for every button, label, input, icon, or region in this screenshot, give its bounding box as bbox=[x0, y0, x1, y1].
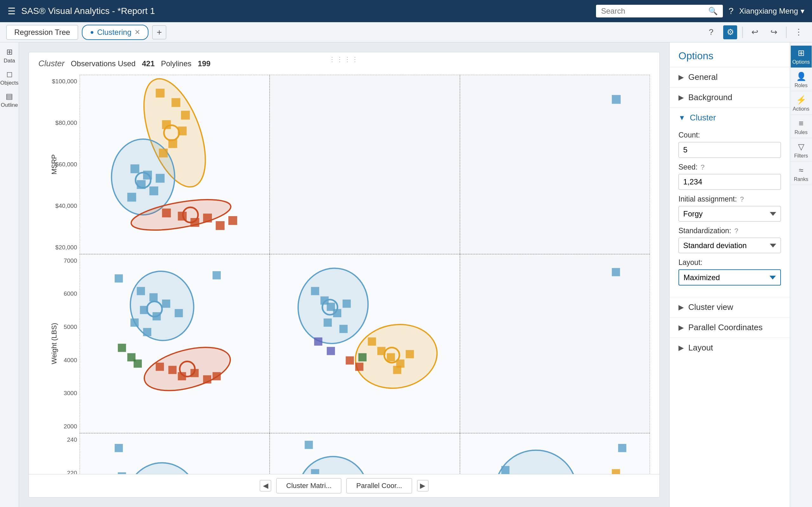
svg-rect-74 bbox=[118, 472, 126, 474]
tabbar: Regression Tree ● Clustering ✕ + ? ⚙ ↩ ↪… bbox=[0, 22, 812, 43]
tab-clustering[interactable]: ● Clustering ✕ bbox=[82, 25, 148, 40]
roles-icon: 👤 bbox=[796, 72, 806, 81]
sidebar-item-objects[interactable]: ◻ Objects bbox=[1, 68, 18, 88]
rules-icon-label: Rules bbox=[795, 130, 808, 135]
undo-button[interactable]: ↩ bbox=[748, 25, 762, 39]
svg-rect-133 bbox=[618, 444, 626, 452]
standardization-label: Standardization: ? bbox=[678, 227, 781, 235]
svg-rect-38 bbox=[134, 359, 142, 368]
scatter-cell-23[interactable] bbox=[460, 254, 650, 434]
menu-icon[interactable]: ☰ bbox=[8, 6, 15, 16]
svg-rect-62 bbox=[387, 353, 395, 361]
svg-rect-13 bbox=[149, 186, 158, 195]
options-section-parallel: ▶ Parallel Coordinates bbox=[670, 317, 790, 337]
data-icon: ⊞ bbox=[6, 48, 13, 56]
scatter-svg-13 bbox=[460, 75, 650, 254]
svg-rect-56 bbox=[324, 319, 332, 327]
parallel-arrow: ▶ bbox=[678, 324, 684, 332]
scatter-cell-22[interactable] bbox=[270, 254, 460, 434]
count-input[interactable] bbox=[678, 142, 781, 158]
options-icon-label: Options bbox=[792, 59, 810, 65]
rules-icon: ≡ bbox=[799, 118, 803, 128]
general-label: General bbox=[688, 72, 718, 82]
svg-rect-14 bbox=[127, 193, 136, 202]
scatter-cell-33[interactable] bbox=[460, 433, 650, 474]
initial-assignment-select[interactable]: Forgy Random partition bbox=[678, 206, 781, 222]
scatter-cell-31[interactable] bbox=[80, 433, 270, 474]
help-icon[interactable]: ? bbox=[728, 6, 734, 16]
right-sidebar-options[interactable]: ⊞ Options bbox=[791, 46, 812, 68]
svg-rect-20 bbox=[216, 221, 224, 230]
seed-help-icon[interactable]: ? bbox=[701, 163, 705, 171]
scatter-container: MSRP $100,000 $80,000 $60,000 $40,000 $2… bbox=[29, 72, 659, 474]
tab-regression-tree[interactable]: Regression Tree bbox=[6, 25, 78, 40]
right-sidebar-actions[interactable]: ⚡ Actions bbox=[791, 93, 812, 115]
scatter-svg-23 bbox=[460, 255, 650, 433]
scatter-svg-11 bbox=[80, 75, 269, 254]
right-sidebar-filters[interactable]: ▽ Filters bbox=[791, 139, 812, 162]
cluster-view-section-header[interactable]: ▶ Cluster view bbox=[670, 297, 790, 317]
prev-tab-button[interactable]: ◀ bbox=[260, 480, 271, 492]
cluster-matrix-tab[interactable]: Cluster Matri... bbox=[276, 478, 341, 493]
cluster-section-header[interactable]: ▼ Cluster bbox=[670, 108, 790, 128]
layout-section-header[interactable]: ▶ Layout bbox=[670, 338, 790, 358]
svg-rect-58 bbox=[314, 337, 322, 345]
svg-rect-113 bbox=[305, 441, 313, 449]
svg-rect-67 bbox=[355, 362, 363, 371]
sidebar-item-outline[interactable]: ▤ Outline bbox=[1, 90, 18, 110]
search-icon[interactable]: 🔍 bbox=[708, 7, 718, 15]
parallel-section-header[interactable]: ▶ Parallel Coordinates bbox=[670, 318, 790, 337]
standardization-select[interactable]: Standard deviation None Range bbox=[678, 238, 781, 253]
seed-input[interactable] bbox=[678, 174, 781, 190]
scatter-cell-12[interactable] bbox=[270, 75, 460, 254]
svg-rect-34 bbox=[131, 319, 139, 327]
background-section-header[interactable]: ▶ Background bbox=[670, 88, 790, 107]
scatter-cell-11[interactable] bbox=[80, 75, 270, 254]
parallel-coords-tab[interactable]: Parallel Coor... bbox=[346, 478, 412, 493]
standardization-help-icon[interactable]: ? bbox=[734, 227, 738, 235]
objects-label: Objects bbox=[0, 80, 19, 86]
scatter-svg-32 bbox=[270, 434, 459, 474]
right-sidebar-ranks[interactable]: ≈ Ranks bbox=[791, 163, 812, 185]
general-section-header[interactable]: ▶ General bbox=[670, 67, 790, 87]
right-sidebar-roles[interactable]: 👤 Roles bbox=[791, 69, 812, 91]
redo-button[interactable]: ↪ bbox=[767, 25, 781, 39]
sidebar-item-data[interactable]: ⊞ Data bbox=[1, 46, 18, 66]
svg-rect-43 bbox=[203, 375, 211, 383]
cluster-section-content: Count: Seed: ? Initial assignment: ? For… bbox=[670, 128, 790, 297]
layout-select[interactable]: Maximized Default bbox=[678, 269, 781, 285]
svg-rect-21 bbox=[229, 216, 237, 225]
svg-rect-4 bbox=[171, 98, 181, 107]
right-sidebar-rules[interactable]: ≡ Rules bbox=[791, 116, 812, 138]
scatter-cell-13[interactable] bbox=[460, 75, 650, 254]
filters-icon: ▽ bbox=[798, 142, 804, 152]
svg-rect-134 bbox=[612, 469, 620, 474]
actions-icon: ⚡ bbox=[796, 95, 806, 105]
search-box[interactable]: 🔍 bbox=[596, 5, 723, 17]
svg-rect-15 bbox=[156, 174, 165, 183]
svg-rect-10 bbox=[131, 164, 139, 173]
options-section-layout: ▶ Layout bbox=[670, 337, 790, 358]
scatter-cell-32[interactable] bbox=[270, 433, 460, 474]
next-tab-button[interactable]: ▶ bbox=[417, 480, 428, 492]
drag-handle[interactable]: ⋮⋮⋮⋮ bbox=[329, 55, 359, 63]
options-button[interactable]: ⚙ bbox=[723, 25, 737, 39]
scatter-cell-21[interactable] bbox=[80, 254, 270, 434]
initial-assignment-help-icon[interactable]: ? bbox=[740, 195, 744, 204]
layout-label: Layout: bbox=[678, 258, 781, 267]
search-input[interactable] bbox=[601, 7, 705, 15]
scatter-svg-22 bbox=[270, 255, 459, 433]
svg-rect-36 bbox=[118, 343, 126, 352]
options-section-general: ▶ General bbox=[670, 67, 790, 87]
svg-rect-57 bbox=[339, 325, 348, 333]
chart-panel: ⋮⋮⋮⋮ Cluster Observations Used 421 Polyl… bbox=[29, 52, 660, 498]
help-button[interactable]: ? bbox=[704, 25, 718, 39]
bottom-tabs: ◀ Cluster Matri... Parallel Coor... ▶ bbox=[29, 474, 659, 497]
user-menu[interactable]: Xiangxiang Meng ▾ bbox=[740, 7, 804, 15]
tab-close-icon[interactable]: ✕ bbox=[135, 28, 140, 37]
svg-rect-46 bbox=[212, 271, 221, 279]
filters-icon-label: Filters bbox=[794, 153, 808, 159]
tab-add-button[interactable]: + bbox=[152, 25, 166, 39]
cluster-arrow: ▼ bbox=[678, 114, 686, 122]
more-button[interactable]: ⋮ bbox=[792, 25, 806, 39]
